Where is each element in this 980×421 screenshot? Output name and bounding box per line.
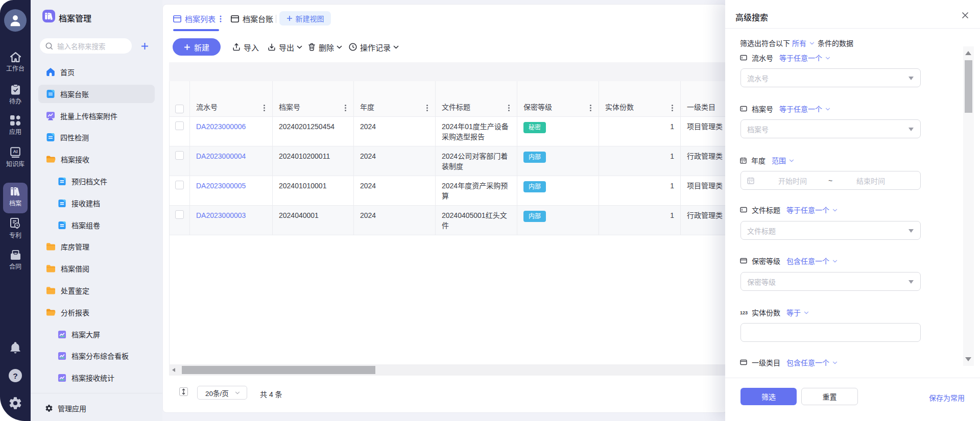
svg-text:123: 123	[740, 310, 748, 315]
svg-text:?: ?	[13, 372, 18, 380]
svg-text:AI: AI	[13, 149, 18, 154]
